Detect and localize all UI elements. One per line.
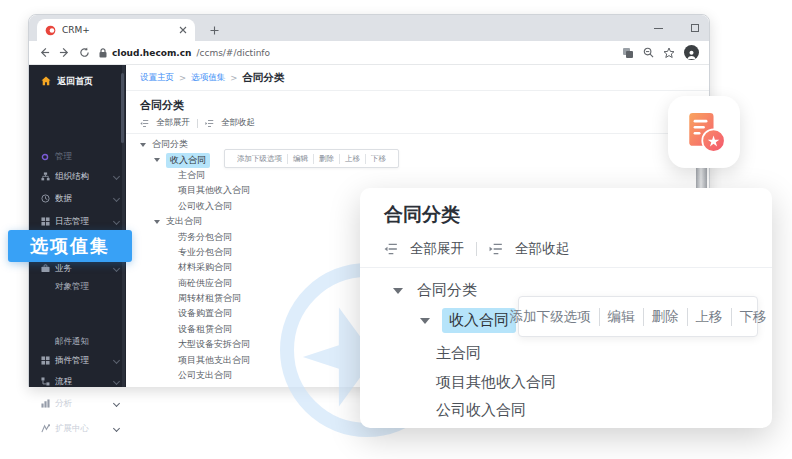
profile-avatar[interactable] xyxy=(684,45,699,60)
panel-tree-node[interactable]: 公司收入合同 xyxy=(436,401,526,420)
document-star-icon xyxy=(678,106,730,158)
bookmark-star-icon[interactable] xyxy=(663,47,675,59)
collapse-all-link[interactable]: 全部收起 xyxy=(221,117,255,129)
tree-node-selected[interactable]: 收入合同 添加下级选项 编辑 删除 上移 下移 xyxy=(140,152,701,167)
sidebar-home[interactable]: 返回首页 xyxy=(29,71,126,91)
tab-close-icon[interactable] xyxy=(179,26,187,34)
sidebar-item-plugin[interactable]: 插件管理 xyxy=(29,353,126,368)
url-path: /ccms/#/dictinfo xyxy=(196,48,270,58)
selected-node-label[interactable]: 收入合同 xyxy=(166,153,210,168)
add-child-option-button[interactable]: 添加下级选项 xyxy=(232,154,287,164)
caret-down-icon[interactable] xyxy=(393,288,403,294)
sidebar-item-analytics[interactable]: 分析 xyxy=(29,396,126,411)
delete-button[interactable]: 删除 xyxy=(643,308,687,326)
plus-icon xyxy=(210,26,219,35)
maximize-button[interactable] xyxy=(691,24,699,32)
browser-tab[interactable]: CRM+ xyxy=(37,19,195,41)
expand-all-icon xyxy=(140,119,149,128)
url-domain: cloud.hecom.cn xyxy=(112,48,191,58)
panel-tree-root[interactable]: 合同分类 xyxy=(393,281,477,300)
sidebar-item-admin[interactable]: 管理 xyxy=(29,149,126,164)
chevron-icon xyxy=(113,265,120,272)
breadcrumb-option-set-link[interactable]: 选项值集 xyxy=(191,72,225,84)
chevron-icon xyxy=(113,357,120,364)
divider xyxy=(476,242,477,256)
org-chart-icon xyxy=(41,172,50,181)
divider xyxy=(197,119,198,128)
move-down-button[interactable]: 下移 xyxy=(365,154,391,164)
panel-tree-node[interactable]: 主合同 xyxy=(436,344,481,363)
page-title: 合同分类 xyxy=(140,98,184,113)
screenshot-root: CRM+ cloud.hecom.cn/ccms/#/dictinfo xyxy=(0,0,792,459)
chevron-icon xyxy=(113,173,120,180)
address-bar: cloud.hecom.cn/ccms/#/dictinfo xyxy=(29,41,709,65)
sidebar-item-data[interactable]: 数据 xyxy=(29,191,126,206)
collapse-all-icon xyxy=(205,119,214,128)
add-child-option-button[interactable]: 添加下级选项 xyxy=(502,308,599,326)
bar-chart-icon xyxy=(41,399,50,408)
browser-tab-bar: CRM+ xyxy=(29,15,709,41)
chevron-icon xyxy=(113,195,120,202)
edit-button[interactable]: 编辑 xyxy=(287,154,313,164)
panel-tree-node[interactable]: 项目其他收入合同 xyxy=(436,373,556,392)
home-icon xyxy=(41,76,51,86)
briefcase-icon xyxy=(41,264,50,273)
sidebar-item-object-management[interactable]: 对象管理 xyxy=(29,279,126,294)
feature-badge-card xyxy=(668,96,740,168)
delete-button[interactable]: 删除 xyxy=(313,154,339,164)
zoom-icon[interactable] xyxy=(643,47,654,58)
breadcrumb-home-link[interactable]: 设置主页 xyxy=(140,72,174,84)
sidebar-item-extension-center[interactable]: 扩展中心 xyxy=(29,421,126,436)
back-icon[interactable] xyxy=(39,47,50,58)
breadcrumb-separator: > xyxy=(230,73,237,83)
node-action-toolbar: 添加下级选项 编辑 删除 上移 下移 xyxy=(224,149,399,168)
expand-all-link[interactable]: 全部展开 xyxy=(410,240,464,258)
caret-down-icon[interactable] xyxy=(140,143,146,147)
breadcrumb-separator: > xyxy=(179,73,186,83)
magnified-panel: 合同分类 全部展开 全部收起 合同分类 收入合同 添加下级选项 编辑 删除 上移… xyxy=(360,188,772,428)
chevron-icon xyxy=(113,218,120,225)
tree-node[interactable]: 主合同 xyxy=(140,168,701,183)
move-up-button[interactable]: 上移 xyxy=(339,154,365,164)
caret-down-icon[interactable] xyxy=(154,220,160,224)
sidebar-item-business[interactable]: 业务 xyxy=(29,261,126,276)
divider xyxy=(360,267,772,268)
app-sidebar: 返回首页 管理 组织结构 数据 日志管理 xyxy=(29,65,126,387)
sidebar-item-org-structure[interactable]: 组织结构 xyxy=(29,169,126,184)
caret-down-icon[interactable] xyxy=(420,318,430,324)
tree-controls: 全部展开 全部收起 xyxy=(140,117,255,129)
expand-all-icon xyxy=(384,242,398,256)
expand-all-link[interactable]: 全部展开 xyxy=(156,117,190,129)
new-tab-button[interactable] xyxy=(205,21,223,39)
sidebar-scrollbar[interactable] xyxy=(122,65,125,387)
lock-icon xyxy=(99,48,107,58)
forward-icon[interactable] xyxy=(59,47,70,58)
caret-down-icon[interactable] xyxy=(154,158,160,162)
collapse-all-icon xyxy=(489,242,503,256)
tab-title: CRM+ xyxy=(62,25,173,35)
edit-button[interactable]: 编辑 xyxy=(599,308,643,326)
chevron-icon xyxy=(113,400,120,407)
extension-icon xyxy=(41,424,50,433)
window-controls xyxy=(654,15,699,41)
divider xyxy=(126,90,709,91)
panel-action-toolbar: 添加下级选项 编辑 删除 上移 下移 xyxy=(518,296,758,337)
grid-icon xyxy=(41,217,50,226)
collapse-all-link[interactable]: 全部收起 xyxy=(515,240,569,258)
option-set-callout[interactable]: 选项值集 xyxy=(8,230,132,262)
breadcrumb-current: 合同分类 xyxy=(242,71,284,85)
sidebar-item-log[interactable]: 日志管理 xyxy=(29,214,126,229)
panel-tree-controls: 全部展开 全部收起 xyxy=(384,240,569,258)
clock-icon xyxy=(41,194,50,203)
minimize-button[interactable] xyxy=(654,28,663,29)
move-down-button[interactable]: 下移 xyxy=(731,308,773,326)
url-field[interactable]: cloud.hecom.cn/ccms/#/dictinfo xyxy=(99,48,613,58)
sidebar-item-workflow[interactable]: 流程 xyxy=(29,374,126,389)
plugin-grid-icon xyxy=(41,356,50,365)
move-up-button[interactable]: 上移 xyxy=(687,308,731,326)
panel-title: 合同分类 xyxy=(384,202,460,228)
translate-icon[interactable] xyxy=(622,47,634,59)
sidebar-item-mail-notify[interactable]: 邮件通知 xyxy=(29,334,126,349)
refresh-icon[interactable] xyxy=(79,47,90,58)
ring-purple-icon xyxy=(41,152,50,161)
